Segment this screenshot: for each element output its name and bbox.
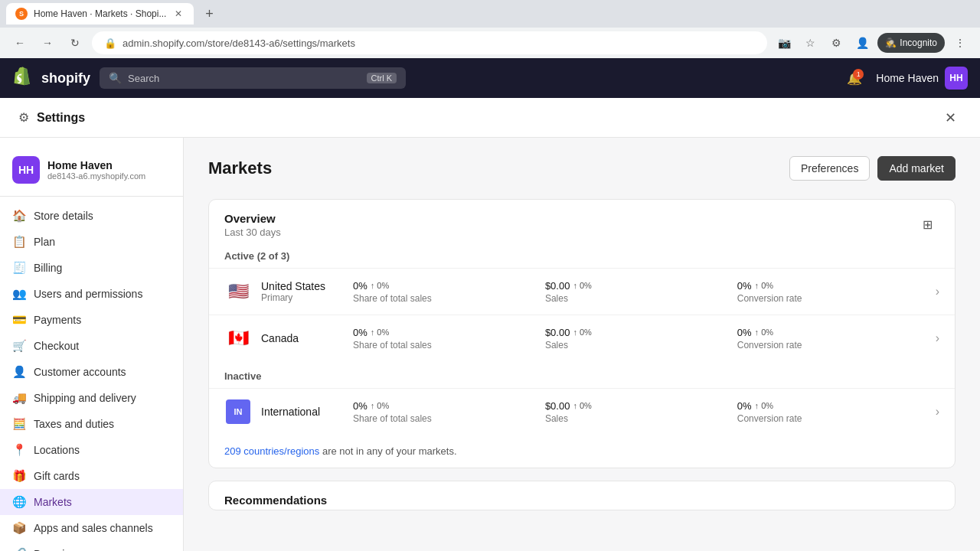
sidebar-item-taxes-and-duties[interactable]: 🧮 Taxes and duties xyxy=(0,411,183,437)
logo-text: shopify xyxy=(41,70,90,86)
header-actions: 🔔 1 Home Haven HH xyxy=(842,66,968,90)
sidebar-item-users-and-permissions[interactable]: 👥 Users and permissions xyxy=(0,281,183,307)
new-tab-button[interactable]: + xyxy=(200,5,218,23)
stat-sales-ca: $0.00 ↑ 0% Sales xyxy=(545,327,737,350)
incognito-icon: 🕵 xyxy=(885,37,897,48)
store-name: Home Haven xyxy=(876,72,939,84)
store-profile-avatar: HH xyxy=(12,156,40,184)
stat-sales-value-us: $0.00 ↑ 0% xyxy=(545,280,737,292)
stat-conversion-label-in: Conversion rate xyxy=(737,413,929,424)
stat-conversion-ca: 0% ↑ 0% Conversion rate xyxy=(737,327,929,350)
sidebar-item-billing[interactable]: 🧾 Billing xyxy=(0,255,183,281)
nav-label-users-and-permissions: Users and permissions xyxy=(34,288,142,300)
stat-conversion-value-us: 0% ↑ 0% xyxy=(737,280,929,292)
reload-button[interactable]: ↻ xyxy=(64,32,86,54)
bookmark-btn[interactable]: ☆ xyxy=(799,32,821,54)
market-stats-us: 0% ↑ 0% Share of total sales $0.00 ↑ 0% xyxy=(353,280,929,304)
notification-badge: 1 xyxy=(853,69,864,80)
market-name-ca: Canada xyxy=(261,332,353,344)
stat-conversion-label-us: Conversion rate xyxy=(737,293,929,304)
overview-icon-button[interactable]: ⊞ xyxy=(915,212,939,236)
profile-btn[interactable]: 👤 xyxy=(851,32,873,54)
sidebar-item-shipping-and-delivery[interactable]: 🚚 Shipping and delivery xyxy=(0,385,183,411)
search-shortcut: Ctrl K xyxy=(367,73,397,83)
nav-icon-taxes-and-duties: 🧮 xyxy=(12,417,26,431)
nav-icon-markets: 🌐 xyxy=(12,495,26,509)
market-row-canada[interactable]: 🇨🇦 Canada 0% ↑ 0% Share of to xyxy=(209,315,955,361)
overview-card: Overview Last 30 days ⊞ Active (2 of 3) … xyxy=(208,199,956,468)
browser-tab[interactable]: S Home Haven · Markets · Shopi... ✕ xyxy=(6,3,194,24)
preferences-button[interactable]: Preferences xyxy=(789,156,870,181)
sidebar-item-checkout[interactable]: 🛒 Checkout xyxy=(0,333,183,359)
nav-icon-plan: 📋 xyxy=(12,235,26,249)
market-row-united-states[interactable]: 🇺🇸 United States Primary 0% ↑ 0% xyxy=(209,268,955,315)
incognito-label: Incognito xyxy=(900,37,937,48)
stat-share-label-in: Share of total sales xyxy=(353,413,545,424)
sidebar-item-domains[interactable]: 🔗 Domains xyxy=(0,541,183,551)
market-row-international[interactable]: IN International 0% ↑ 0% xyxy=(209,388,955,435)
market-chevron-us: › xyxy=(936,285,939,298)
app-window: shopify 🔍 Search Ctrl K 🔔 1 Home Haven H… xyxy=(0,58,980,551)
page-header: Markets Preferences Add market xyxy=(208,156,956,181)
address-bar[interactable]: 🔒 admin.shopify.com/store/de8143-a6/sett… xyxy=(92,31,767,54)
stat-sales-label-in: Sales xyxy=(545,413,737,424)
market-flag-ca: 🇨🇦 xyxy=(224,324,252,352)
active-section-label: Active (2 of 3) xyxy=(209,241,955,268)
market-tag-us: Primary xyxy=(261,292,353,303)
stat-share-in: 0% ↑ 0% Share of total sales xyxy=(353,400,545,424)
stat-conversion-in: 0% ↑ 0% Conversion rate xyxy=(737,400,929,424)
nav-icon-payments: 💳 xyxy=(12,313,26,327)
sidebar-item-payments[interactable]: 💳 Payments xyxy=(0,307,183,333)
extensions-btn[interactable]: ⚙ xyxy=(825,32,847,54)
countries-note: 209 countries/regions are not in any of … xyxy=(209,435,955,468)
tab-title: Home Haven · Markets · Shopi... xyxy=(34,8,166,19)
add-market-button[interactable]: Add market xyxy=(877,156,956,181)
stat-sales-label-us: Sales xyxy=(545,293,737,304)
incognito-button[interactable]: 🕵 Incognito xyxy=(877,33,945,53)
tab-favicon: S xyxy=(15,8,28,20)
sidebar-item-gift-cards[interactable]: 🎁 Gift cards xyxy=(0,463,183,489)
nav-label-locations: Locations xyxy=(34,444,80,456)
settings-close-button[interactable]: ✕ xyxy=(939,106,962,129)
nav-label-gift-cards: Gift cards xyxy=(34,470,80,482)
store-info[interactable]: Home Haven HH xyxy=(876,67,968,90)
notification-button[interactable]: 🔔 1 xyxy=(842,66,867,90)
browser-controls: ← → ↻ 🔒 admin.shopify.com/store/de8143-a… xyxy=(0,28,980,58)
stat-share-label-us: Share of total sales xyxy=(353,293,545,304)
search-bar[interactable]: 🔍 Search Ctrl K xyxy=(100,67,406,89)
settings-body: HH Home Haven de8143-a6.myshopify.com 🏠 … xyxy=(0,138,980,551)
stat-conversion-value-in: 0% ↑ 0% xyxy=(737,400,929,412)
sidebar-item-locations[interactable]: 📍 Locations xyxy=(0,437,183,463)
sidebar-item-apps-and-sales-channels[interactable]: 📦 Apps and sales channels xyxy=(0,515,183,541)
overview-title: Overview xyxy=(224,212,281,225)
settings-header: ⚙ Settings ✕ xyxy=(0,98,980,138)
nav-label-domains: Domains xyxy=(34,548,76,551)
nav-label-billing: Billing xyxy=(34,262,62,274)
market-name-in: International xyxy=(261,406,353,418)
sidebar-item-customer-accounts[interactable]: 👤 Customer accounts xyxy=(0,359,183,385)
recommendations-title: Recommendations xyxy=(209,481,955,510)
market-info-in: International xyxy=(261,406,353,418)
browser-chrome: S Home Haven · Markets · Shopi... ✕ + ← … xyxy=(0,0,980,58)
nav-items-list: 🏠 Store details 📋 Plan 🧾 Billing 👥 Users… xyxy=(0,203,183,551)
stat-share-value-us: 0% ↑ 0% xyxy=(353,280,545,292)
market-chevron-ca: › xyxy=(936,331,939,345)
sidebar-item-plan[interactable]: 📋 Plan xyxy=(0,229,183,255)
forward-button[interactable]: → xyxy=(37,32,58,54)
settings-modal: ⚙ Settings ✕ HH Home Haven de8143-a6.mys… xyxy=(0,98,980,551)
url-text: admin.shopify.com/store/de8143-a6/settin… xyxy=(122,37,355,49)
nav-label-customer-accounts: Customer accounts xyxy=(34,366,126,378)
store-avatar: HH xyxy=(945,67,968,90)
countries-link[interactable]: 209 countries/regions xyxy=(224,445,319,457)
sidebar-item-store-details[interactable]: 🏠 Store details xyxy=(0,203,183,229)
sidebar-item-markets[interactable]: 🌐 Markets xyxy=(0,489,183,515)
nav-icon-gift-cards: 🎁 xyxy=(12,469,26,483)
tab-close-button[interactable]: ✕ xyxy=(172,8,185,20)
menu-btn[interactable]: ⋮ xyxy=(949,32,971,54)
camera-btn[interactable]: 📷 xyxy=(773,32,795,54)
shopify-logo-icon xyxy=(12,67,35,90)
browser-actions: 📷 ☆ ⚙ 👤 🕵 Incognito ⋮ xyxy=(773,32,971,54)
market-stats-ca: 0% ↑ 0% Share of total sales $0.00 ↑ 0% xyxy=(353,327,929,350)
nav-icon-checkout: 🛒 xyxy=(12,339,26,353)
back-button[interactable]: ← xyxy=(9,32,31,54)
